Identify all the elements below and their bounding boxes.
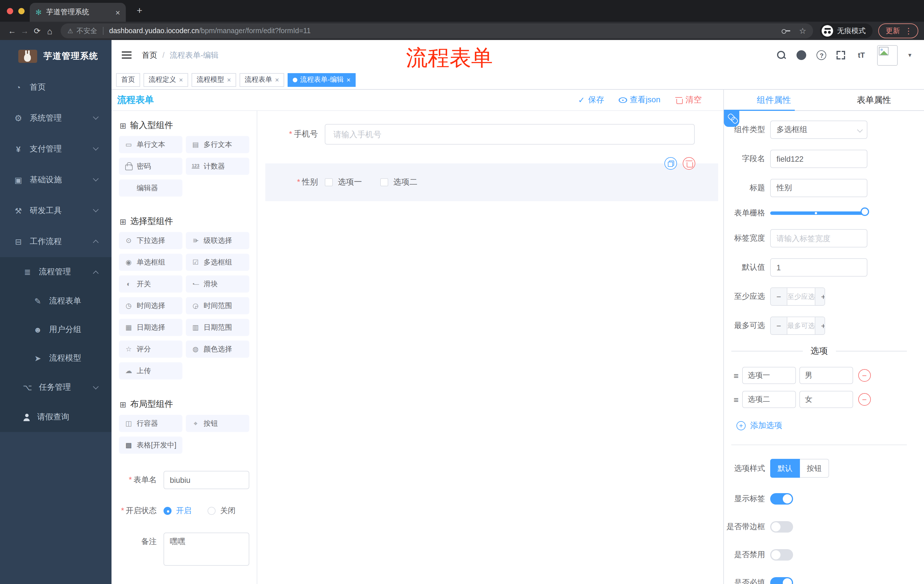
label-width-input[interactable] [770, 229, 867, 247]
field-name-input[interactable] [770, 150, 867, 168]
palette-item-date-range[interactable]: 日期范围 [186, 319, 249, 336]
delete-component-button[interactable] [683, 157, 695, 170]
palette-item-checkbox-group[interactable]: 多选框组 [186, 254, 249, 271]
avatar[interactable] [878, 45, 898, 66]
fold-sidebar-icon[interactable] [122, 51, 132, 59]
palette-item-button[interactable]: 按钮 [186, 415, 249, 432]
sidebar-item-devtools[interactable]: 研发工具 [0, 196, 112, 226]
font-size-icon[interactable] [856, 49, 867, 61]
home-icon[interactable] [43, 26, 56, 36]
status-off-radio[interactable]: 关闭 [208, 506, 236, 516]
tab-component-props[interactable]: 组件属性 [724, 90, 824, 110]
phone-input[interactable] [325, 124, 695, 145]
palette-item-row-container[interactable]: 行容器 [119, 415, 182, 432]
palette-item-single-line-text[interactable]: 单行文本 [119, 136, 182, 153]
address-bar[interactable]: 不安全 dashboard.yudao.iocoder.cn/bpm/manag… [61, 23, 813, 38]
gender-option-2-checkbox[interactable]: 选项二 [380, 177, 417, 188]
with-border-toggle[interactable] [770, 521, 793, 533]
gender-option-1-checkbox[interactable]: 选项一 [325, 177, 362, 188]
default-value-input[interactable] [770, 258, 867, 276]
tab-process-form-edit[interactable]: 流程表单-编辑 [288, 73, 356, 87]
sidebar-item-user-group[interactable]: 用户分组 [0, 316, 112, 344]
plus-button[interactable]: + [815, 317, 825, 334]
palette-item-rate[interactable]: 评分 [119, 341, 182, 358]
min-select-value[interactable]: 至少应选 [787, 288, 815, 305]
close-tab-icon[interactable] [227, 76, 231, 83]
palette-item-select[interactable]: 下拉选择 [119, 232, 182, 249]
palette-item-cascader[interactable]: 级联选择 [186, 232, 249, 249]
sidebar-item-process-model[interactable]: 流程模型 [0, 344, 112, 373]
sidebar-item-workflow[interactable]: 工作流程 [0, 226, 112, 257]
form-name-input[interactable] [163, 471, 249, 489]
palette-item-switch[interactable]: 开关 [119, 275, 182, 293]
slider-handle[interactable] [861, 207, 869, 216]
phone-field-row[interactable]: 手机号 [265, 124, 695, 145]
tab-process-model[interactable]: 流程模型 [191, 73, 236, 87]
save-button[interactable]: 保存 [578, 95, 604, 105]
option-style-default[interactable]: 默认 [770, 459, 800, 478]
option-value-input[interactable] [799, 391, 853, 408]
disabled-toggle[interactable] [770, 549, 793, 561]
close-tab-icon[interactable] [116, 8, 120, 17]
sidebar-item-system[interactable]: 系统管理 [0, 103, 112, 134]
palette-item-password[interactable]: 密码 [119, 158, 182, 175]
reload-icon[interactable] [31, 26, 43, 35]
palette-item-radio-group[interactable]: 单选框组 [119, 254, 182, 271]
palette-item-table[interactable]: 表格[开发中] [119, 437, 182, 454]
component-type-select[interactable]: 多选框组 [770, 120, 867, 139]
min-select-stepper[interactable]: − 至少应选 + [770, 288, 825, 306]
sidebar-item-task-manage[interactable]: 任务管理 [0, 373, 112, 402]
search-icon[interactable] [777, 50, 787, 60]
tab-process-form[interactable]: 流程表单 [239, 73, 284, 87]
new-tab-button[interactable] [133, 4, 146, 18]
sidebar-item-home[interactable]: 首页 [0, 72, 112, 103]
plus-button[interactable]: + [815, 288, 825, 305]
palette-item-slider[interactable]: 滑块 [186, 275, 249, 293]
caret-down-icon[interactable] [908, 51, 911, 59]
palette-item-multi-line-text[interactable]: 多行文本 [186, 136, 249, 153]
max-select-stepper[interactable]: − 最多可选 + [770, 317, 825, 335]
form-grid-slider[interactable] [770, 211, 867, 215]
sidebar-item-infrastructure[interactable]: 基础设施 [0, 165, 112, 196]
forward-icon[interactable] [18, 26, 31, 35]
tab-form-props[interactable]: 表单属性 [824, 90, 924, 110]
show-label-toggle[interactable] [770, 493, 793, 505]
palette-item-time-range[interactable]: 时间范围 [186, 297, 249, 314]
status-on-radio[interactable]: 开启 [163, 506, 191, 516]
view-json-button[interactable]: 查看json [619, 95, 660, 105]
browser-update-button[interactable]: 更新 [878, 23, 918, 38]
key-icon[interactable] [782, 28, 791, 34]
data-binding-tag[interactable] [724, 111, 739, 127]
bookmark-star-icon[interactable] [799, 26, 806, 35]
palette-item-editor[interactable]: 编辑器 [119, 179, 182, 197]
add-option-button[interactable]: 添加选项 [736, 421, 924, 431]
sidebar-item-leave-query[interactable]: 请假查询 [0, 402, 112, 432]
breadcrumb-home[interactable]: 首页 [142, 50, 157, 60]
minus-button[interactable]: − [771, 288, 787, 305]
palette-item-upload[interactable]: 上传 [119, 362, 182, 380]
fullscreen-icon[interactable] [837, 51, 845, 59]
sidebar-item-process-form[interactable]: 流程表单 [0, 287, 112, 316]
palette-item-time-picker[interactable]: 时间选择 [119, 297, 182, 314]
drag-handle-icon[interactable] [734, 395, 739, 404]
option-label-input[interactable] [742, 367, 796, 384]
palette-item-counter[interactable]: 计数器 [186, 158, 249, 175]
help-icon[interactable] [817, 50, 827, 60]
minimize-window-button[interactable] [18, 8, 25, 14]
option-style-button[interactable]: 按钮 [800, 459, 829, 478]
close-tab-icon[interactable] [275, 76, 279, 83]
close-window-button[interactable] [7, 8, 13, 14]
drag-handle-icon[interactable] [734, 370, 739, 380]
browser-tab[interactable]: 芋道管理系统 [30, 3, 126, 22]
tab-home[interactable]: 首页 [116, 73, 140, 87]
kebab-menu-icon[interactable] [904, 26, 912, 35]
security-status[interactable]: 不安全 [68, 26, 97, 36]
remark-textarea[interactable]: 嘿嘿 [163, 533, 249, 566]
close-tab-icon[interactable] [346, 76, 350, 83]
remove-option-button[interactable] [858, 369, 871, 382]
back-icon[interactable] [6, 26, 18, 35]
close-tab-icon[interactable] [179, 76, 183, 83]
max-select-value[interactable]: 最多可选 [787, 317, 815, 334]
palette-item-date-picker[interactable]: 日期选择 [119, 319, 182, 336]
sidebar-item-process-manage[interactable]: 流程管理 [0, 257, 112, 287]
